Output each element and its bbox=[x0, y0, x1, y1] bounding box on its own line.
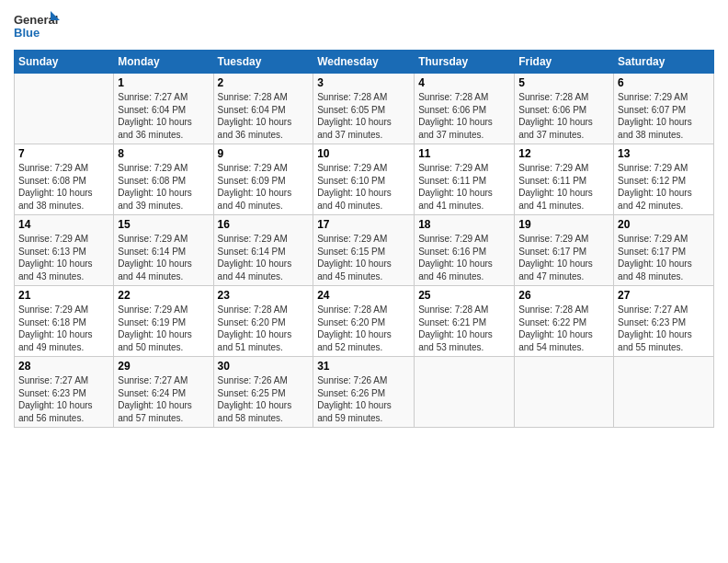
day-info: Sunrise: 7:29 AM Sunset: 6:12 PM Dayligh… bbox=[618, 162, 710, 212]
week-row-3: 14Sunrise: 7:29 AM Sunset: 6:13 PM Dayli… bbox=[15, 215, 714, 286]
day-info: Sunrise: 7:29 AM Sunset: 6:18 PM Dayligh… bbox=[18, 304, 109, 353]
day-number: 21 bbox=[18, 289, 109, 302]
day-cell bbox=[515, 357, 614, 428]
week-row-2: 7Sunrise: 7:29 AM Sunset: 6:08 PM Daylig… bbox=[15, 144, 714, 215]
day-number: 31 bbox=[317, 360, 410, 373]
calendar-header-row: SundayMondayTuesdayWednesdayThursdayFrid… bbox=[15, 51, 714, 74]
header: GeneralBlue bbox=[14, 9, 714, 44]
day-cell: 18Sunrise: 7:29 AM Sunset: 6:16 PM Dayli… bbox=[415, 215, 515, 286]
day-number: 10 bbox=[317, 147, 410, 160]
day-info: Sunrise: 7:29 AM Sunset: 6:13 PM Dayligh… bbox=[18, 233, 109, 282]
day-cell: 2Sunrise: 7:28 AM Sunset: 6:04 PM Daylig… bbox=[213, 74, 313, 144]
day-info: Sunrise: 7:29 AM Sunset: 6:08 PM Dayligh… bbox=[118, 162, 209, 212]
day-info: Sunrise: 7:28 AM Sunset: 6:04 PM Dayligh… bbox=[218, 91, 310, 141]
day-cell: 26Sunrise: 7:28 AM Sunset: 6:22 PM Dayli… bbox=[515, 286, 614, 357]
day-number: 6 bbox=[618, 76, 710, 89]
day-cell: 17Sunrise: 7:29 AM Sunset: 6:15 PM Dayli… bbox=[313, 215, 415, 286]
day-number: 7 bbox=[18, 147, 109, 160]
day-cell: 9Sunrise: 7:29 AM Sunset: 6:09 PM Daylig… bbox=[213, 144, 313, 215]
col-header-saturday: Saturday bbox=[614, 51, 714, 74]
day-info: Sunrise: 7:29 AM Sunset: 6:07 PM Dayligh… bbox=[618, 91, 710, 141]
day-info: Sunrise: 7:28 AM Sunset: 6:06 PM Dayligh… bbox=[418, 91, 510, 141]
day-number: 28 bbox=[18, 360, 109, 373]
col-header-sunday: Sunday bbox=[15, 51, 114, 74]
week-row-1: 1Sunrise: 7:27 AM Sunset: 6:04 PM Daylig… bbox=[15, 74, 714, 144]
day-number: 3 bbox=[317, 76, 410, 89]
day-info: Sunrise: 7:29 AM Sunset: 6:09 PM Dayligh… bbox=[218, 162, 310, 212]
col-header-tuesday: Tuesday bbox=[213, 51, 313, 74]
day-cell: 3Sunrise: 7:28 AM Sunset: 6:05 PM Daylig… bbox=[313, 74, 415, 144]
day-number: 11 bbox=[418, 147, 510, 160]
day-number: 23 bbox=[218, 289, 310, 302]
col-header-monday: Monday bbox=[114, 51, 213, 74]
week-row-4: 21Sunrise: 7:29 AM Sunset: 6:18 PM Dayli… bbox=[15, 286, 714, 357]
day-number: 14 bbox=[18, 218, 109, 231]
day-info: Sunrise: 7:26 AM Sunset: 6:26 PM Dayligh… bbox=[317, 374, 410, 424]
day-number: 1 bbox=[118, 76, 209, 89]
day-info: Sunrise: 7:28 AM Sunset: 6:20 PM Dayligh… bbox=[218, 304, 310, 353]
day-info: Sunrise: 7:28 AM Sunset: 6:20 PM Dayligh… bbox=[317, 304, 410, 353]
day-info: Sunrise: 7:29 AM Sunset: 6:15 PM Dayligh… bbox=[317, 233, 410, 282]
day-number: 16 bbox=[218, 218, 310, 231]
day-info: Sunrise: 7:29 AM Sunset: 6:17 PM Dayligh… bbox=[518, 233, 609, 282]
day-info: Sunrise: 7:27 AM Sunset: 6:23 PM Dayligh… bbox=[618, 304, 710, 353]
day-cell bbox=[415, 357, 515, 428]
day-cell bbox=[15, 74, 114, 144]
day-cell: 31Sunrise: 7:26 AM Sunset: 6:26 PM Dayli… bbox=[313, 357, 415, 428]
day-cell: 15Sunrise: 7:29 AM Sunset: 6:14 PM Dayli… bbox=[114, 215, 213, 286]
day-number: 9 bbox=[218, 147, 310, 160]
day-number: 19 bbox=[518, 218, 609, 231]
day-info: Sunrise: 7:29 AM Sunset: 6:11 PM Dayligh… bbox=[518, 162, 609, 212]
day-cell: 22Sunrise: 7:29 AM Sunset: 6:19 PM Dayli… bbox=[114, 286, 213, 357]
day-number: 30 bbox=[218, 360, 310, 373]
day-cell: 19Sunrise: 7:29 AM Sunset: 6:17 PM Dayli… bbox=[515, 215, 614, 286]
svg-text:Blue: Blue bbox=[14, 26, 40, 40]
day-number: 8 bbox=[118, 147, 209, 160]
day-cell: 11Sunrise: 7:29 AM Sunset: 6:11 PM Dayli… bbox=[415, 144, 515, 215]
day-info: Sunrise: 7:27 AM Sunset: 6:04 PM Dayligh… bbox=[118, 91, 209, 141]
page-container: GeneralBlue SundayMondayTuesdayWednesday… bbox=[0, 0, 728, 437]
day-cell: 21Sunrise: 7:29 AM Sunset: 6:18 PM Dayli… bbox=[15, 286, 114, 357]
day-cell: 12Sunrise: 7:29 AM Sunset: 6:11 PM Dayli… bbox=[515, 144, 614, 215]
day-info: Sunrise: 7:29 AM Sunset: 6:10 PM Dayligh… bbox=[317, 162, 410, 212]
day-cell: 24Sunrise: 7:28 AM Sunset: 6:20 PM Dayli… bbox=[313, 286, 415, 357]
day-number: 25 bbox=[418, 289, 510, 302]
calendar-table: SundayMondayTuesdayWednesdayThursdayFrid… bbox=[14, 50, 714, 428]
day-cell: 28Sunrise: 7:27 AM Sunset: 6:23 PM Dayli… bbox=[15, 357, 114, 428]
day-info: Sunrise: 7:28 AM Sunset: 6:06 PM Dayligh… bbox=[518, 91, 609, 141]
col-header-wednesday: Wednesday bbox=[313, 51, 415, 74]
day-number: 13 bbox=[618, 147, 710, 160]
day-info: Sunrise: 7:29 AM Sunset: 6:11 PM Dayligh… bbox=[418, 162, 510, 212]
day-number: 17 bbox=[317, 218, 410, 231]
day-info: Sunrise: 7:26 AM Sunset: 6:25 PM Dayligh… bbox=[218, 374, 310, 424]
day-cell: 29Sunrise: 7:27 AM Sunset: 6:24 PM Dayli… bbox=[114, 357, 213, 428]
logo-icon: GeneralBlue bbox=[14, 9, 60, 44]
day-cell: 7Sunrise: 7:29 AM Sunset: 6:08 PM Daylig… bbox=[15, 144, 114, 215]
day-number: 4 bbox=[418, 76, 510, 89]
day-cell: 10Sunrise: 7:29 AM Sunset: 6:10 PM Dayli… bbox=[313, 144, 415, 215]
day-info: Sunrise: 7:29 AM Sunset: 6:14 PM Dayligh… bbox=[218, 233, 310, 282]
day-cell: 14Sunrise: 7:29 AM Sunset: 6:13 PM Dayli… bbox=[15, 215, 114, 286]
day-number: 12 bbox=[518, 147, 609, 160]
col-header-thursday: Thursday bbox=[415, 51, 515, 74]
day-info: Sunrise: 7:29 AM Sunset: 6:14 PM Dayligh… bbox=[118, 233, 209, 282]
day-cell: 23Sunrise: 7:28 AM Sunset: 6:20 PM Dayli… bbox=[213, 286, 313, 357]
day-cell: 6Sunrise: 7:29 AM Sunset: 6:07 PM Daylig… bbox=[614, 74, 714, 144]
day-info: Sunrise: 7:29 AM Sunset: 6:17 PM Dayligh… bbox=[618, 233, 710, 282]
day-cell: 13Sunrise: 7:29 AM Sunset: 6:12 PM Dayli… bbox=[614, 144, 714, 215]
day-number: 22 bbox=[118, 289, 209, 302]
day-number: 2 bbox=[218, 76, 310, 89]
day-info: Sunrise: 7:27 AM Sunset: 6:23 PM Dayligh… bbox=[18, 374, 109, 424]
day-info: Sunrise: 7:29 AM Sunset: 6:19 PM Dayligh… bbox=[118, 304, 209, 353]
day-number: 29 bbox=[118, 360, 209, 373]
day-cell bbox=[614, 357, 714, 428]
day-info: Sunrise: 7:27 AM Sunset: 6:24 PM Dayligh… bbox=[118, 374, 209, 424]
day-info: Sunrise: 7:29 AM Sunset: 6:16 PM Dayligh… bbox=[418, 233, 510, 282]
day-cell: 30Sunrise: 7:26 AM Sunset: 6:25 PM Dayli… bbox=[213, 357, 313, 428]
day-cell: 8Sunrise: 7:29 AM Sunset: 6:08 PM Daylig… bbox=[114, 144, 213, 215]
day-cell: 20Sunrise: 7:29 AM Sunset: 6:17 PM Dayli… bbox=[614, 215, 714, 286]
day-cell: 1Sunrise: 7:27 AM Sunset: 6:04 PM Daylig… bbox=[114, 74, 213, 144]
day-cell: 5Sunrise: 7:28 AM Sunset: 6:06 PM Daylig… bbox=[515, 74, 614, 144]
day-info: Sunrise: 7:28 AM Sunset: 6:05 PM Dayligh… bbox=[317, 91, 410, 141]
day-number: 24 bbox=[317, 289, 410, 302]
